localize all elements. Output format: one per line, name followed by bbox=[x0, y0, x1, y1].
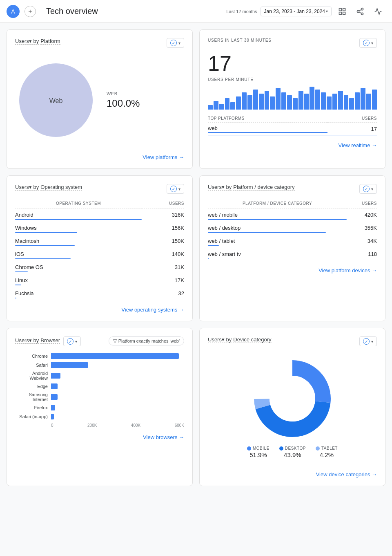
realtime-bar bbox=[344, 95, 349, 110]
browser-bar-row: Android Webview bbox=[15, 371, 184, 381]
realtime-bar bbox=[287, 95, 292, 110]
browser-bar-wrap bbox=[51, 362, 184, 368]
platform-device-users-col-header: USERS bbox=[347, 199, 377, 208]
platform-device-value: 34K bbox=[347, 235, 377, 248]
device-legend-dot bbox=[247, 446, 251, 451]
realtime-compare-button[interactable]: ✓ ▾ bbox=[359, 38, 377, 48]
realtime-bar bbox=[276, 88, 281, 110]
page-title: Tech overview bbox=[46, 7, 221, 16]
platform-device-bar bbox=[208, 258, 209, 259]
browser-x-axis-label: 200K bbox=[87, 423, 97, 428]
os-name: iOS bbox=[15, 248, 142, 261]
platform-device-name: web / desktop bbox=[208, 222, 347, 235]
view-realtime-link[interactable]: View realtime → bbox=[208, 142, 377, 148]
os-table-row: Android 316K bbox=[15, 208, 184, 222]
platform-device-card-title: Users▾ by Platform / device category bbox=[208, 184, 295, 191]
os-table-row: Linux 17K bbox=[15, 274, 184, 287]
date-range-picker[interactable]: Jan 23, 2023 - Jan 23, 2024 ▾ bbox=[261, 7, 332, 16]
device-legend-value: 43.9% bbox=[284, 451, 301, 458]
realtime-bar bbox=[372, 90, 377, 110]
svg-point-4 bbox=[361, 8, 363, 10]
device-card-header: Users▾ by Device category ✓ ▾ bbox=[208, 336, 377, 346]
users-by-platform-device-card: Users▾ by Platform / device category ✓ ▾… bbox=[199, 175, 385, 321]
os-table-row: iOS 140K bbox=[15, 248, 184, 261]
realtime-section-label: USERS IN LAST 30 MINUTES bbox=[208, 38, 272, 43]
realtime-bar bbox=[236, 96, 241, 110]
view-device-categories-link[interactable]: View device categories → bbox=[208, 471, 377, 478]
header: A + Tech overview Last 12 months Jan 23,… bbox=[0, 0, 392, 23]
browser-filter-badge[interactable]: ▽ Platform exactly matches 'web' bbox=[109, 336, 184, 345]
browser-label: Samsung Internet bbox=[15, 392, 48, 402]
browser-label: Android Webview bbox=[15, 371, 48, 381]
chart-icon-button[interactable] bbox=[335, 4, 350, 19]
realtime-bar bbox=[304, 94, 309, 110]
chevron-down-icon: ▾ bbox=[371, 41, 373, 45]
realtime-table-row: web 17 bbox=[208, 123, 377, 136]
os-compare-button[interactable]: ✓ ▾ bbox=[167, 184, 184, 194]
browser-title-prefix: Users▾ by bbox=[15, 337, 39, 344]
realtime-bar bbox=[338, 91, 343, 110]
date-range-label: Last 12 months bbox=[226, 9, 257, 14]
os-title-link[interactable]: Operating system bbox=[40, 184, 82, 191]
os-value: 17K bbox=[142, 274, 184, 287]
device-legend: MOBILE 51.9% DESKTOP 43.9% TABLET 4.2% bbox=[247, 446, 338, 458]
os-value: 32 bbox=[142, 287, 184, 300]
device-title-link[interactable]: Device category bbox=[233, 336, 271, 343]
platform-device-name: web / mobile bbox=[208, 208, 347, 222]
share-icon-button[interactable] bbox=[353, 4, 368, 19]
chevron-down-icon: ▾ bbox=[371, 339, 373, 344]
main-content: Users▾ by Platform ✓ ▾ Web WEB 100.0% bbox=[0, 23, 392, 493]
avatar: A bbox=[7, 5, 20, 18]
browser-bar-row: Firefox bbox=[15, 404, 184, 411]
top-platforms-header: TOP PLATFORMS bbox=[208, 114, 327, 123]
view-platforms-link[interactable]: View platforms → bbox=[15, 154, 184, 160]
view-browsers-link[interactable]: View browsers → bbox=[15, 434, 184, 440]
platform-device-bar bbox=[208, 245, 219, 246]
browser-compare-button[interactable]: ✓ ▾ bbox=[63, 336, 81, 346]
realtime-bar bbox=[321, 92, 326, 110]
platform-device-table-row: web / desktop 355K bbox=[208, 222, 377, 235]
view-platform-devices-link[interactable]: View platform devices → bbox=[208, 267, 377, 274]
device-legend-label: TABLET bbox=[316, 446, 338, 451]
platform-card-header: Users▾ by Platform ✓ ▾ bbox=[15, 38, 184, 48]
realtime-bar bbox=[332, 94, 337, 110]
browser-bar-row: Safari (in-app) bbox=[15, 413, 184, 420]
realtime-bar bbox=[355, 92, 360, 110]
device-compare-button[interactable]: ✓ ▾ bbox=[359, 336, 377, 346]
chevron-down-icon: ▾ bbox=[178, 187, 180, 191]
platform-device-compare-button[interactable]: ✓ ▾ bbox=[359, 184, 377, 194]
platform-legend-value: 100.0% bbox=[107, 98, 140, 109]
browser-title-link[interactable]: Browser bbox=[40, 337, 60, 344]
device-legend-item: TABLET 4.2% bbox=[316, 446, 338, 458]
os-table-row: Chrome OS 31K bbox=[15, 261, 184, 274]
device-title-prefix: Users▾ by bbox=[208, 336, 232, 343]
os-name: Windows bbox=[15, 222, 142, 235]
platform-device-table-row: web / tablet 34K bbox=[208, 235, 377, 248]
device-legend-dot bbox=[316, 446, 320, 451]
platform-legend-label: WEB bbox=[107, 91, 140, 96]
platform-device-name: web / smart tv bbox=[208, 248, 347, 261]
realtime-bar bbox=[298, 91, 303, 110]
svg-rect-3 bbox=[339, 12, 342, 14]
browser-x-axis-label: 600K bbox=[175, 423, 184, 428]
checkmark-icon: ✓ bbox=[363, 338, 370, 345]
realtime-bar bbox=[293, 98, 298, 110]
browser-label: Safari bbox=[15, 363, 48, 368]
svg-point-6 bbox=[361, 13, 363, 15]
browser-bar bbox=[51, 353, 179, 359]
view-os-link[interactable]: View operating systems → bbox=[15, 307, 184, 313]
browser-x-axis: 0200K400K600K bbox=[15, 423, 184, 428]
realtime-bar bbox=[230, 102, 235, 110]
platform-compare-button[interactable]: ✓ ▾ bbox=[167, 38, 184, 48]
platform-title-link[interactable]: Platform bbox=[40, 38, 60, 45]
device-legend-value: 51.9% bbox=[249, 451, 267, 458]
add-button[interactable]: + bbox=[24, 6, 36, 17]
platform-device-col-header: PLATFORM / DEVICE CATEGORY bbox=[208, 199, 347, 208]
platform-device-card-header: Users▾ by Platform / device category ✓ ▾ bbox=[208, 184, 377, 194]
os-name: Macintosh bbox=[15, 235, 142, 248]
platform-device-title-link[interactable]: Platform / device category bbox=[233, 184, 294, 191]
realtime-bar bbox=[247, 95, 252, 110]
realtime-bar bbox=[208, 105, 213, 110]
analytics-icon-button[interactable] bbox=[371, 4, 385, 19]
device-legend-value: 4.2% bbox=[320, 451, 334, 458]
